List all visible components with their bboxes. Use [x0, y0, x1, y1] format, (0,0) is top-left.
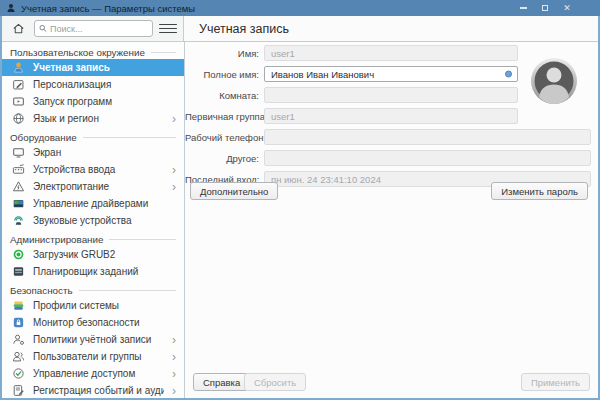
other-label: Другое:	[185, 153, 264, 164]
input-devices-icon	[11, 163, 25, 177]
title-bar: Учетная запись — Параметры системы ✕	[0, 0, 600, 16]
close-button[interactable]: ✕	[562, 3, 572, 13]
primary-group-field: user1	[264, 108, 518, 124]
sidebar-item-label: Управление драйверами	[33, 198, 178, 209]
sidebar-item-account[interactable]: Учетная запись	[2, 59, 184, 76]
sidebar-item-label: Планировщик заданий	[33, 266, 178, 277]
sidebar-item-label: Звуковые устройства	[33, 215, 178, 226]
user-avatar[interactable]	[530, 57, 578, 105]
sidebar-item-label: Профили системы	[33, 300, 178, 311]
sidebar-item-personalization[interactable]: Персонализация	[2, 76, 184, 93]
driver-management-icon	[11, 197, 25, 211]
sidebar-item-power[interactable]: Электропитание ›	[2, 178, 184, 195]
sidebar-section-administration: Администрирование	[2, 232, 184, 246]
minimize-button[interactable]	[518, 3, 528, 13]
chevron-right-icon: ›	[172, 165, 178, 175]
system-settings-window: Учетная запись — Параметры системы ✕	[0, 0, 600, 400]
apply-button[interactable]: Применить	[521, 373, 590, 391]
chevron-right-icon: ›	[172, 114, 178, 124]
section-label: Администрирование	[10, 234, 103, 245]
form-row: Комната:	[185, 87, 518, 103]
chevron-right-icon: ›	[172, 352, 178, 362]
page-title: Учетная запись	[199, 22, 289, 36]
program-launch-icon	[11, 95, 25, 109]
username-label: Имя:	[185, 48, 264, 59]
chevron-right-icon: ›	[172, 182, 178, 192]
window-title: Учетная запись — Параметры системы	[21, 3, 195, 14]
maximize-button[interactable]	[540, 3, 550, 13]
globe-icon	[11, 112, 25, 126]
sidebar-section-hardware: Оборудование	[2, 130, 184, 144]
form-row: Другое:	[185, 150, 591, 166]
content-header: Учетная запись	[184, 16, 598, 41]
fullname-label: Полное имя:	[185, 69, 264, 80]
account-policies-icon	[11, 333, 25, 347]
sidebar-item-label: Запуск программ	[33, 96, 178, 107]
app-icon	[6, 3, 16, 13]
sidebar-item-label: Загрузчик GRUB2	[33, 249, 178, 260]
sidebar-item-label: Управление доступом	[33, 368, 164, 379]
toolbar	[2, 16, 184, 41]
clear-text-icon[interactable]	[505, 71, 512, 78]
sidebar-item-task-scheduler[interactable]: Планировщик заданий	[2, 263, 184, 280]
sidebar-item-account-policies[interactable]: Политики учётной записи ›	[2, 331, 184, 348]
footer-buttons: Справка Сбросить Применить	[185, 373, 598, 391]
section-label: Пользовательское окружение	[10, 47, 145, 58]
help-button[interactable]: Справка	[193, 373, 250, 391]
window-body: Учетная запись Пользовательское окружени…	[0, 16, 600, 400]
room-label: Комната:	[185, 90, 264, 101]
sidebar-item-program-launch[interactable]: Запуск программ	[2, 93, 184, 110]
sidebar-item-language-region[interactable]: Язык и регион ›	[2, 110, 184, 127]
work-phone-label: Рабочий телефон:	[185, 132, 264, 143]
sidebar-item-label: Регистрация событий и аудит	[33, 385, 164, 396]
chevron-right-icon: ›	[172, 369, 178, 379]
sidebar-item-label: Электропитание	[33, 181, 164, 192]
sidebar-item-input-devices[interactable]: Устройства ввода ›	[2, 161, 184, 178]
user-account-icon	[11, 61, 25, 75]
system-profiles-icon	[11, 299, 25, 313]
burger-icon	[159, 24, 177, 26]
sidebar-item-access-control[interactable]: Управление доступом ›	[2, 365, 184, 382]
sidebar-item-grub2[interactable]: Загрузчик GRUB2	[2, 246, 184, 263]
reset-button[interactable]: Сбросить	[244, 373, 306, 391]
sidebar-item-label: Персонализация	[33, 79, 178, 90]
section-label: Оборудование	[10, 132, 77, 143]
security-monitor-icon	[11, 316, 25, 330]
search-input[interactable]	[50, 24, 148, 34]
audit-icon	[11, 384, 25, 398]
change-password-button[interactable]: Изменить пароль	[491, 182, 588, 200]
sidebar-item-display[interactable]: Экран	[2, 144, 184, 161]
form-row: Рабочий телефон:	[185, 129, 591, 145]
power-icon	[11, 180, 25, 194]
sidebar-item-label: Пользователи и группы	[33, 351, 164, 362]
access-control-icon	[11, 367, 25, 381]
home-icon	[12, 22, 25, 35]
form-row: Полное имя:	[185, 66, 518, 82]
task-scheduler-icon	[11, 265, 25, 279]
sidebar: Пользовательское окружение Учетная запис…	[2, 42, 185, 398]
sidebar-item-label: Политики учётной записи	[33, 334, 164, 345]
section-label: Безопасность	[10, 285, 73, 296]
display-icon	[11, 146, 25, 160]
account-settings-panel: Имя: user1 Полное имя: Комната: Пе	[185, 42, 598, 398]
sidebar-item-audit[interactable]: Регистрация событий и аудит ›	[2, 382, 184, 398]
username-field: user1	[264, 45, 518, 61]
chevron-right-icon: ›	[172, 335, 178, 345]
advanced-button[interactable]: Дополнительно	[190, 182, 278, 200]
menu-button[interactable]	[158, 21, 178, 37]
sidebar-item-driver-management[interactable]: Управление драйверами	[2, 195, 184, 212]
fullname-input[interactable]	[271, 69, 511, 80]
sidebar-item-system-profiles[interactable]: Профили системы	[2, 297, 184, 314]
sidebar-item-label: Экран	[33, 147, 178, 158]
last-login-value: пн июн. 24 23:41:10 2024	[271, 174, 381, 185]
top-band: Учетная запись	[2, 16, 598, 42]
home-button[interactable]	[7, 18, 29, 39]
search-icon	[39, 24, 47, 33]
room-field	[264, 87, 518, 103]
sidebar-item-audio-devices[interactable]: Звуковые устройства	[2, 212, 184, 229]
sidebar-item-users-groups[interactable]: Пользователи и группы ›	[2, 348, 184, 365]
sidebar-item-security-monitor[interactable]: Монитор безопасности	[2, 314, 184, 331]
chevron-right-icon: ›	[172, 386, 178, 396]
sidebar-item-label: Язык и регион	[33, 113, 164, 124]
window-controls: ✕	[518, 3, 594, 13]
